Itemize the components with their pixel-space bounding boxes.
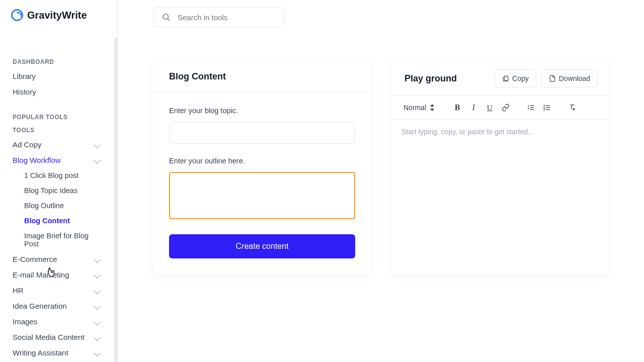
chevron-down-icon [94, 287, 101, 294]
chevron-down-icon [94, 255, 101, 262]
nav-blog-content[interactable]: Blog Content [0, 213, 117, 228]
nav-blog-topic-ideas[interactable]: Blog Topic Ideas [0, 183, 117, 198]
download-button[interactable]: Download [541, 69, 598, 87]
underline-button[interactable]: U [482, 101, 497, 115]
list-ol-icon [527, 104, 535, 112]
chevron-down-icon [94, 302, 101, 309]
topic-label: Enter your blog topic. [169, 107, 355, 115]
outline-textarea[interactable] [169, 172, 355, 219]
topic-input[interactable] [169, 122, 355, 144]
nav-image-brief[interactable]: Image Brief for Blog Post [0, 228, 117, 251]
svg-rect-2 [505, 76, 508, 80]
editor-toolbar: Normal B I U [391, 96, 609, 120]
nav-idea-generation[interactable]: Idea Generation [0, 298, 117, 314]
svg-point-0 [163, 14, 169, 20]
link-button[interactable] [499, 101, 513, 115]
clear-format-icon [568, 104, 576, 112]
nav-hr[interactable]: HR [0, 283, 117, 298]
nav-images[interactable]: Images [0, 314, 117, 329]
download-icon [549, 75, 556, 82]
chevron-down-icon [94, 141, 101, 148]
chevron-down-icon [94, 349, 101, 356]
nav-blog-workflow[interactable]: Blog Workflow [0, 152, 117, 168]
topbar [153, 0, 609, 34]
chevron-down-icon [94, 333, 101, 340]
main-content: Blog Content Enter your blog topic. Ente… [118, 0, 644, 362]
nav-blog-outline[interactable]: Blog Outline [0, 198, 117, 213]
brand-logo[interactable]: GravityWrite [0, 0, 117, 30]
section-dashboard: DASHBOARD [0, 54, 117, 68]
gravity-icon [11, 9, 23, 21]
section-tools: TOOLS [0, 124, 117, 137]
nav-ad-copy[interactable]: Ad Copy [0, 137, 117, 152]
nav-writing-assistant[interactable]: Writing Assistant [0, 345, 117, 360]
sidebar: GravityWrite DASHBOARD Library History P… [0, 0, 118, 362]
playground-title: Play ground [405, 73, 457, 84]
form-card: Blog Content Enter your blog topic. Ente… [153, 59, 371, 275]
playground-card: Play ground Copy Download Normal [391, 59, 609, 275]
svg-line-1 [168, 19, 170, 21]
chevron-down-icon [94, 318, 101, 325]
bold-button[interactable]: B [450, 101, 464, 115]
list-ul-icon [543, 104, 551, 112]
svg-point-11 [544, 109, 544, 110]
nav-social-media[interactable]: Social Media Content [0, 329, 117, 345]
link-icon [502, 104, 510, 112]
section-popular: POPULAR TOOLS [0, 110, 117, 124]
clipboard-icon [502, 75, 509, 82]
brand-name: GravityWrite [27, 10, 87, 21]
outline-label: Enter your outline here. [169, 157, 355, 165]
nav-email-marketing[interactable]: E-mail Marketing [0, 267, 117, 283]
unordered-list-button[interactable] [540, 101, 554, 115]
sidebar-nav: DASHBOARD Library History POPULAR TOOLS … [0, 30, 117, 360]
search-input-wrap[interactable] [153, 7, 285, 27]
chevron-down-icon [94, 156, 101, 163]
editor-area[interactable]: Start typing, copy, or paste to get star… [391, 120, 609, 275]
copy-button[interactable]: Copy [495, 69, 536, 87]
create-content-button[interactable]: Create content [169, 234, 355, 258]
nav-library[interactable]: Library [0, 68, 117, 84]
search-icon [162, 13, 171, 22]
form-title: Blog Content [169, 71, 355, 82]
clear-format-button[interactable] [565, 101, 579, 115]
nav-ecommerce[interactable]: E-Commerce [0, 251, 117, 267]
search-input[interactable] [178, 13, 276, 22]
svg-point-10 [544, 107, 544, 108]
italic-button[interactable]: I [466, 101, 480, 115]
nav-1click-blog[interactable]: 1 Click Blog post [0, 168, 117, 183]
nav-history[interactable]: History [0, 84, 117, 100]
chevron-down-icon [94, 271, 101, 278]
ordered-list-button[interactable] [524, 101, 538, 115]
svg-point-9 [544, 105, 544, 106]
format-select[interactable]: Normal [398, 100, 439, 115]
